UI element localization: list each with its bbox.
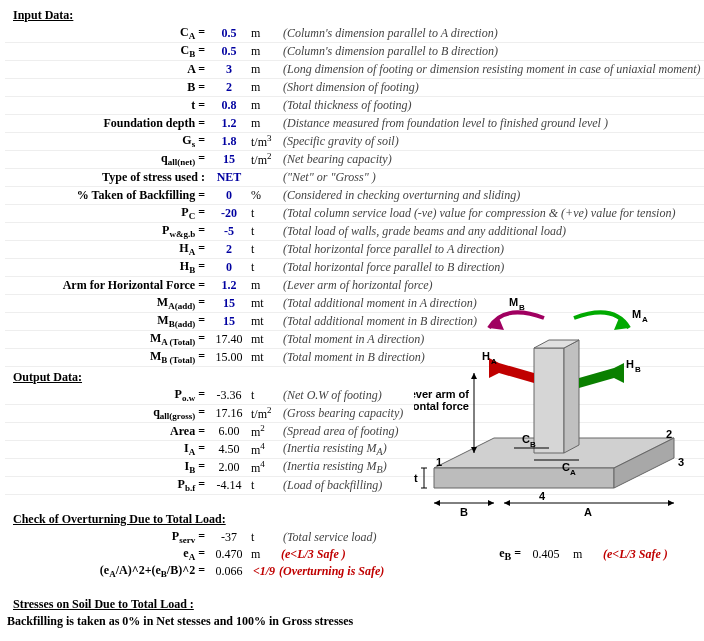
row-value[interactable]: 3 bbox=[209, 62, 249, 77]
data-row: Pw&g.b =-5t(Total load of walls, grade b… bbox=[5, 223, 704, 241]
row-value[interactable]: 15.00 bbox=[209, 350, 249, 365]
row-unit: m bbox=[249, 98, 281, 113]
row-value[interactable]: -5 bbox=[209, 224, 249, 239]
row-unit: mt bbox=[249, 296, 281, 311]
row-unit: t bbox=[249, 478, 281, 493]
ea-label: eA = bbox=[5, 546, 209, 562]
data-row: Gs =1.8t/m3(Specific gravity of soil) bbox=[5, 133, 704, 151]
data-row: Foundation depth =1.2m(Distance measured… bbox=[5, 115, 704, 133]
svg-text:2: 2 bbox=[666, 428, 672, 440]
row-desc: (Distance measured from foundation level… bbox=[281, 116, 704, 131]
row-label: Gs = bbox=[5, 133, 209, 149]
row-label: IA = bbox=[5, 441, 209, 457]
data-row: % Taken of Backfilling =0%(Considered in… bbox=[5, 187, 704, 205]
row-value[interactable]: 15 bbox=[209, 152, 249, 167]
data-row: qall(net) =15t/m2(Net bearing capacity) bbox=[5, 151, 704, 169]
row-value[interactable]: 1.2 bbox=[209, 116, 249, 131]
pserv-unit: t bbox=[249, 530, 281, 545]
svg-text:H: H bbox=[482, 350, 490, 362]
svg-marker-1 bbox=[434, 468, 614, 488]
row-value: 4.50 bbox=[209, 442, 249, 457]
row-unit: m4 bbox=[249, 459, 281, 476]
row-unit: m bbox=[249, 44, 281, 59]
row-value[interactable]: -20 bbox=[209, 206, 249, 221]
row-label: Po.w = bbox=[5, 387, 209, 403]
row-label: Area = bbox=[5, 424, 209, 439]
row-value[interactable]: 15 bbox=[209, 314, 249, 329]
row-unit: m bbox=[249, 80, 281, 95]
svg-text:B: B bbox=[635, 365, 641, 374]
data-row: t =0.8m(Total thickness of footing) bbox=[5, 97, 704, 115]
data-row: Type of stress used :NET("Net" or "Gross… bbox=[5, 169, 704, 187]
row-label: MB (Total) = bbox=[5, 349, 209, 365]
row-unit: m2 bbox=[249, 423, 281, 440]
row-value[interactable]: 0.5 bbox=[209, 26, 249, 41]
row-label: HA = bbox=[5, 241, 209, 257]
svg-marker-9 bbox=[579, 363, 624, 388]
row-desc: (Short dimension of footing) bbox=[281, 80, 704, 95]
eb-value: 0.405 bbox=[521, 547, 571, 562]
row-value[interactable]: 0.8 bbox=[209, 98, 249, 113]
svg-text:A: A bbox=[642, 315, 648, 324]
row-label: Pb.f = bbox=[5, 477, 209, 493]
row-unit: mt bbox=[249, 332, 281, 347]
row-label: B = bbox=[5, 80, 209, 95]
row-desc: ("Net" or "Gross" ) bbox=[281, 170, 704, 185]
row-value[interactable]: 15 bbox=[209, 296, 249, 311]
pserv-label: Pserv = bbox=[5, 529, 209, 545]
svg-text:1: 1 bbox=[436, 456, 442, 468]
row-label: % Taken of Backfilling = bbox=[5, 188, 209, 203]
row-value[interactable]: 2 bbox=[209, 80, 249, 95]
eb-label: eB = bbox=[481, 546, 521, 562]
data-row: A =3m(Long dimension of footing or dimen… bbox=[5, 61, 704, 79]
data-row: HB =0t(Total horizontal force parallel t… bbox=[5, 259, 704, 277]
eb-unit: m bbox=[571, 547, 603, 562]
row-label: Arm for Horizontal Force = bbox=[5, 278, 209, 293]
row-value: 17.16 bbox=[209, 406, 249, 421]
svg-text:A: A bbox=[491, 357, 497, 366]
row-unit: m4 bbox=[249, 441, 281, 458]
row-unit: % bbox=[249, 188, 281, 203]
svg-text:M: M bbox=[632, 308, 641, 320]
svg-text:A: A bbox=[570, 468, 576, 477]
row-desc: (Specific gravity of soil) bbox=[281, 134, 704, 149]
row-label: qall(net) = bbox=[5, 151, 209, 167]
svg-marker-4 bbox=[564, 340, 579, 453]
svg-text:4: 4 bbox=[539, 490, 546, 502]
row-value[interactable]: 0 bbox=[209, 188, 249, 203]
row-value: -3.36 bbox=[209, 388, 249, 403]
row-value[interactable]: NET bbox=[209, 170, 249, 185]
row-unit: t/m2 bbox=[249, 151, 281, 168]
row-unit: t/m2 bbox=[249, 405, 281, 422]
row-value[interactable]: 0 bbox=[209, 260, 249, 275]
row-label: IB = bbox=[5, 459, 209, 475]
pserv-value: -37 bbox=[209, 530, 249, 545]
row-value: 2.00 bbox=[209, 460, 249, 475]
overt-value: 0.066 bbox=[209, 564, 249, 579]
svg-text:C: C bbox=[522, 433, 530, 445]
backfill-note: Backfilling is taken as 0% in Net stesse… bbox=[7, 614, 704, 629]
data-row: B =2m(Short dimension of footing) bbox=[5, 79, 704, 97]
row-label: Type of stress used : bbox=[5, 170, 209, 185]
overt-limit: <1/9 bbox=[249, 564, 279, 579]
input-header: Input Data: bbox=[13, 8, 704, 23]
svg-text:t: t bbox=[414, 472, 418, 484]
row-desc: (Total thickness of footing) bbox=[281, 98, 704, 113]
row-value[interactable]: 1.8 bbox=[209, 134, 249, 149]
row-value[interactable]: 0.5 bbox=[209, 44, 249, 59]
row-unit: m bbox=[249, 278, 281, 293]
eb-safe: (e<L/3 Safe ) bbox=[603, 547, 668, 562]
row-value: 6.00 bbox=[209, 424, 249, 439]
row-value[interactable]: 2 bbox=[209, 242, 249, 257]
row-desc: (Column's dimension parallel to A direct… bbox=[281, 26, 704, 41]
row-unit: t bbox=[249, 206, 281, 221]
row-label: CA = bbox=[5, 25, 209, 41]
svg-text:B: B bbox=[530, 440, 536, 449]
row-unit: t/m3 bbox=[249, 133, 281, 150]
stresses-title: Stresses on Soil Due to Total Load : bbox=[13, 597, 704, 612]
row-desc: (Net bearing capacity) bbox=[281, 152, 704, 167]
svg-text:C: C bbox=[562, 461, 570, 473]
row-value[interactable]: 17.40 bbox=[209, 332, 249, 347]
overt-label: (eA/A)^2+(eB/B)^2 = bbox=[5, 563, 209, 579]
row-value[interactable]: 1.2 bbox=[209, 278, 249, 293]
